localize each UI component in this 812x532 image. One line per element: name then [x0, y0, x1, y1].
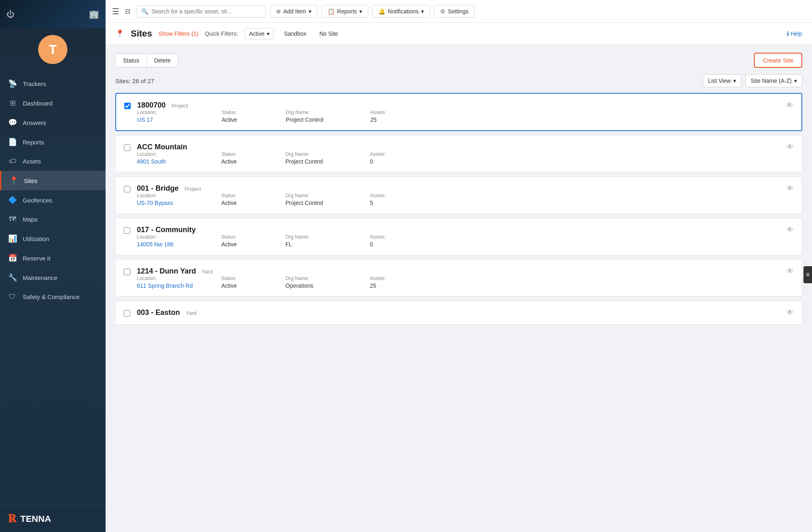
list-view-dropdown[interactable]: List View ▾	[703, 74, 741, 87]
chevron-down-icon: ▾	[733, 78, 736, 84]
chevron-down-icon: ▾	[359, 8, 362, 15]
hamburger-icon[interactable]: ☰	[112, 6, 119, 16]
site-card-title-area: 003 - Easton Yard	[137, 308, 794, 317]
site-name: ACC Mountain	[137, 143, 187, 151]
nav-label-assets: Assets	[23, 158, 41, 165]
site-tag: Project	[185, 186, 201, 192]
nav-icon-reports: 📄	[8, 138, 17, 146]
eye-icon[interactable]: 👁	[786, 143, 794, 151]
eye-icon[interactable]: 👁	[786, 101, 793, 110]
sidebar-item-reports[interactable]: 📄 Reports	[0, 132, 106, 152]
settings-button[interactable]: ⚙ Settings	[434, 5, 475, 18]
power-icon[interactable]: ⏻	[6, 10, 15, 19]
eye-icon[interactable]: 👁	[786, 226, 794, 234]
site-card-1214-dunn-yard: 1214 - Dunn Yard Yard 👁 Location: 611 Sp…	[115, 259, 802, 297]
search-box[interactable]: 🔍	[136, 5, 266, 17]
site-card-1800700: 1800700 Project 👁 Location: US 17 Status…	[115, 93, 802, 131]
site-checkbox[interactable]	[124, 186, 130, 192]
status-field: Status: Active	[221, 193, 282, 206]
avatar: T	[38, 35, 67, 64]
page-header: 📍 Sites Show Filters (1) Quick Filters: …	[106, 23, 812, 45]
eye-icon[interactable]: 👁	[786, 267, 794, 276]
sidebar-item-reserve-it[interactable]: 📅 Reserve It	[0, 248, 106, 268]
sliders-icon[interactable]: ⊟	[125, 7, 130, 15]
status-field: Status: Active	[222, 110, 283, 123]
site-checkbox[interactable]	[124, 227, 130, 234]
chevron-down-icon: ▾	[421, 8, 424, 15]
sidebar-item-assets[interactable]: 🏷 Assets	[0, 152, 106, 171]
site-checkbox[interactable]	[124, 310, 130, 317]
sidebar-top-icons: ⏻	[6, 10, 15, 19]
site-checkbox[interactable]	[124, 269, 130, 275]
eye-icon[interactable]: 👁	[786, 184, 794, 193]
show-filters-button[interactable]: Show Filters (1)	[159, 30, 199, 37]
site-card-003-easton: 003 - Easton Yard 👁	[115, 301, 802, 325]
nav-icon-geofences: 🔷	[8, 196, 17, 205]
sidebar-item-trackers[interactable]: 📡 Trackers	[0, 74, 106, 93]
location-field: Location: 4901 South	[137, 151, 218, 165]
status-field: Status: Active	[221, 234, 282, 248]
sidebar-item-sites[interactable]: 📍 Sites	[0, 171, 106, 190]
sandbox-button[interactable]: Sandbox	[281, 29, 309, 39]
quick-filters-label: Quick Filters:	[205, 30, 238, 37]
site-tag: Project	[172, 103, 188, 109]
reports-button[interactable]: 📋 Reports ▾	[322, 5, 368, 18]
sort-dropdown[interactable]: Site Name (A-Z) ▾	[745, 74, 802, 87]
sidebar-item-utilization[interactable]: 📊 Utilization	[0, 229, 106, 248]
nav-icon-utilization: 📊	[8, 234, 17, 243]
site-card-acc-mountain: ACC Mountain 👁 Location: 4901 South Stat…	[115, 135, 802, 172]
toolbar: Status Delete Create Site	[115, 53, 802, 68]
location-pin-icon: 📍	[115, 29, 124, 38]
nav-label-reports: Reports	[23, 139, 44, 146]
sidebar-nav: 📡 Trackers ⊞ Dashboard 💬 Answers 📄 Repor…	[0, 71, 106, 505]
site-card-title-area: 1800700 Project	[137, 101, 793, 110]
site-checkbox[interactable]	[124, 144, 130, 151]
sidebar-item-dashboard[interactable]: ⊞ Dashboard	[0, 93, 106, 113]
status-button[interactable]: Status	[115, 54, 147, 67]
side-panel-toggle[interactable]: ≡	[803, 266, 812, 283]
org-name-field: Org Name: FL	[285, 234, 367, 248]
site-name: 1800700	[137, 101, 166, 109]
sidebar-item-answers[interactable]: 💬 Answers	[0, 113, 106, 132]
site-card-title-area: 017 - Community	[137, 226, 794, 234]
sidebar-item-maps[interactable]: 🗺 Maps	[0, 210, 106, 229]
site-checkbox[interactable]	[124, 103, 131, 109]
site-card-fields: Location: 4901 South Status: Active Org …	[137, 151, 794, 165]
active-filter-dropdown[interactable]: Active ▾	[244, 28, 274, 39]
sidebar-item-safety-compliance[interactable]: 🛡 Safety & Compliance	[0, 287, 106, 306]
chevron-down-icon: ▾	[267, 30, 270, 37]
site-card-title-area: ACC Mountain	[137, 143, 794, 151]
gear-icon: ⚙	[440, 8, 445, 15]
nav-icon-trackers: 📡	[8, 79, 17, 88]
page-title: Sites	[131, 28, 152, 39]
add-item-button[interactable]: ⊕ Add Item ▾	[270, 5, 317, 18]
search-input[interactable]	[151, 8, 261, 15]
create-site-button[interactable]: Create Site	[754, 53, 802, 68]
org-name-field: Org Name: Operations	[285, 276, 367, 289]
nav-label-sites: Sites	[24, 177, 37, 184]
no-site-button[interactable]: No Site	[316, 29, 341, 39]
chevron-down-icon: ▾	[794, 78, 797, 84]
delete-button[interactable]: Delete	[147, 54, 178, 67]
nav-icon-sites: 📍	[9, 176, 18, 185]
help-icon: ℹ	[787, 30, 789, 37]
sidebar-footer: 𝐑 TENNA	[0, 505, 106, 532]
sidebar-item-geofences[interactable]: 🔷 Geofences	[0, 190, 106, 210]
help-button[interactable]: ℹ Help	[787, 30, 802, 37]
nav-label-reserve-it: Reserve It	[23, 255, 50, 262]
assets-field: Assets: 25	[370, 110, 419, 123]
sidebar-item-maintenance[interactable]: 🔧 Maintenance	[0, 268, 106, 287]
site-card-fields: Location: US-70 Bypass Status: Active Or…	[137, 193, 794, 206]
nav-icon-safety-compliance: 🛡	[8, 293, 17, 301]
sites-count: Sites: 26 of 27	[115, 78, 154, 84]
notifications-button[interactable]: 🔔 Notifications ▾	[372, 5, 430, 18]
site-name: 001 - Bridge	[137, 184, 179, 192]
nav-label-dashboard: Dashboard	[23, 100, 52, 107]
site-card-fields: Location: US 17 Status: Active Org Name:…	[137, 110, 793, 123]
nav-icon-assets: 🏷	[8, 157, 17, 166]
nav-icon-reserve-it: 📅	[8, 254, 17, 263]
org-name-field: Org Name: Project Control	[285, 193, 367, 206]
eye-icon[interactable]: 👁	[786, 308, 794, 317]
org-name-field: Org Name: Project Control	[286, 110, 367, 123]
building-icon[interactable]: 🏢	[89, 9, 99, 19]
